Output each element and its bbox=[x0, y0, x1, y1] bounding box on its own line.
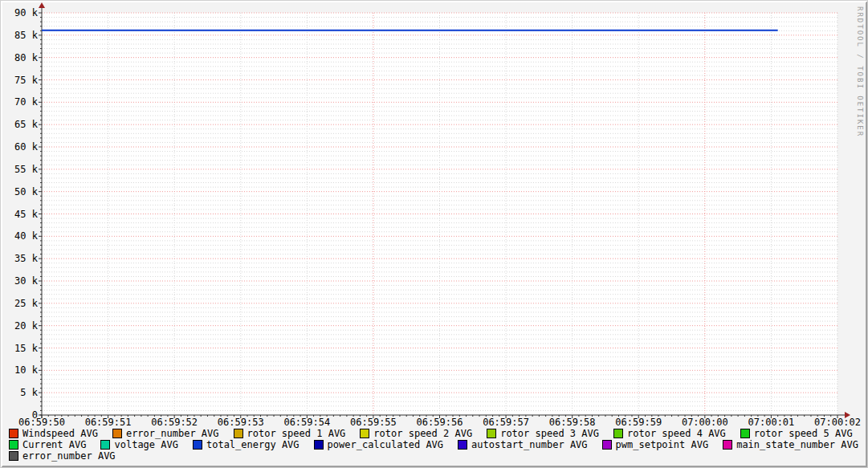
legend-item: voltage AVG bbox=[100, 439, 177, 450]
y-tick-label: 30 k bbox=[14, 275, 39, 287]
rrdtool-watermark: RRDTOOL / TOBI OETIKER bbox=[856, 6, 864, 137]
y-tick-label: 0 bbox=[32, 409, 38, 421]
legend-label: rotor speed 1 AVG bbox=[247, 428, 346, 439]
legend-row: Windspeed AVGerror_number AVGrotor speed… bbox=[9, 428, 860, 439]
legend-label: Windspeed AVG bbox=[22, 428, 98, 439]
x-tick-label: 06:59:57 bbox=[483, 417, 529, 427]
y-tick-label: 65 k bbox=[14, 119, 39, 130]
legend-label: error_number AVG bbox=[126, 428, 219, 439]
legend-label: Current AVG bbox=[22, 439, 86, 450]
rrdtool-graph: 06:59:5006:59:5106:59:5206:59:5306:59:54… bbox=[0, 0, 868, 468]
legend-row: Current AVGvoltage AVGtotal_energy AVGpo… bbox=[9, 439, 860, 450]
legend-swatch-icon bbox=[360, 429, 369, 438]
legend-label: pwm_setpoint AVG bbox=[616, 439, 709, 450]
legend-label: voltage AVG bbox=[114, 439, 177, 450]
x-tick-label: 06:59:53 bbox=[218, 417, 264, 427]
x-tick-label: 06:59:56 bbox=[417, 417, 463, 427]
legend-label: total_energy AVG bbox=[206, 439, 300, 450]
legend-swatch-icon bbox=[100, 440, 110, 450]
y-tick-label: 75 k bbox=[14, 75, 39, 86]
legend-label: main_state_number AVG bbox=[736, 439, 858, 450]
x-tick-label: 06:59:52 bbox=[151, 417, 198, 427]
legend-item: rotor speed 3 AVG bbox=[487, 428, 599, 439]
legend-label: autostart_number AVG bbox=[471, 439, 588, 450]
legend-label: rotor speed 5 AVG bbox=[754, 428, 853, 439]
x-tick-label: 06:59:55 bbox=[350, 417, 397, 427]
legend-label: power_calculated AVG bbox=[328, 439, 444, 450]
x-tick-label: 07:00:01 bbox=[748, 417, 795, 427]
legend-swatch-icon bbox=[740, 429, 750, 438]
y-tick-label: 25 k bbox=[14, 298, 39, 309]
y-tick-label: 35 k bbox=[14, 253, 39, 264]
legend-swatch-icon bbox=[487, 429, 496, 438]
legend-swatch-icon bbox=[613, 429, 623, 438]
legend-item: main_state_number AVG bbox=[723, 439, 858, 450]
chart-canvas: 06:59:5006:59:5106:59:5206:59:5306:59:54… bbox=[1, 1, 868, 427]
legend-swatch-icon bbox=[458, 440, 467, 450]
legend-label: rotor speed 2 AVG bbox=[373, 428, 472, 439]
legend-label: error_number AVG bbox=[22, 450, 116, 462]
y-tick-label: 50 k bbox=[14, 186, 39, 197]
x-tick-label: 07:00:02 bbox=[814, 417, 861, 427]
legend-swatch-icon bbox=[234, 429, 243, 438]
y-tick-label: 40 k bbox=[14, 230, 39, 242]
y-tick-label: 5 k bbox=[20, 387, 38, 398]
x-tick-label: 06:59:59 bbox=[615, 417, 662, 427]
y-tick-label: 60 k bbox=[14, 141, 39, 153]
legend-item: error_number AVG bbox=[9, 450, 116, 462]
legend-swatch-icon bbox=[9, 429, 18, 438]
y-axis-arrow-icon bbox=[39, 2, 45, 8]
legend-swatch-icon bbox=[314, 440, 324, 450]
legend-item: rotor speed 4 AVG bbox=[613, 428, 726, 439]
legend-swatch-icon bbox=[723, 440, 732, 450]
y-tick-label: 15 k bbox=[14, 343, 39, 354]
legend-swatch-icon bbox=[112, 429, 122, 438]
y-tick-label: 20 k bbox=[14, 320, 39, 332]
legend-item: autostart_number AVG bbox=[458, 439, 588, 450]
x-tick-label: 06:59:50 bbox=[18, 417, 65, 427]
legend-item: total_energy AVG bbox=[193, 439, 300, 450]
x-tick-label: 06:59:54 bbox=[283, 417, 330, 427]
y-tick-label: 80 k bbox=[14, 52, 39, 63]
legend-item: pwm_setpoint AVG bbox=[602, 439, 709, 450]
y-tick-label: 10 k bbox=[14, 364, 39, 376]
legend-swatch-icon bbox=[9, 451, 18, 461]
legend-item: rotor speed 2 AVG bbox=[360, 428, 472, 439]
legend-item: power_calculated AVG bbox=[314, 439, 444, 450]
y-tick-label: 45 k bbox=[14, 209, 39, 220]
legend-row: error_number AVG bbox=[9, 450, 860, 462]
legend-swatch-icon bbox=[193, 440, 202, 450]
legend-label: rotor speed 4 AVG bbox=[627, 428, 726, 439]
y-tick-label: 55 k bbox=[14, 164, 39, 175]
legend-label: rotor speed 3 AVG bbox=[500, 428, 599, 439]
legend-item: error_number AVG bbox=[112, 428, 219, 439]
legend-swatch-icon bbox=[602, 440, 612, 450]
y-tick-label: 90 k bbox=[14, 7, 39, 18]
legend-item: Windspeed AVG bbox=[9, 428, 98, 439]
legend-item: rotor speed 5 AVG bbox=[740, 428, 853, 439]
x-tick-label: 06:59:51 bbox=[85, 417, 132, 427]
legend-item: rotor speed 1 AVG bbox=[234, 428, 346, 439]
chart-legend: Windspeed AVGerror_number AVGrotor speed… bbox=[9, 428, 860, 462]
x-tick-label: 07:00:00 bbox=[682, 417, 728, 427]
x-tick-label: 06:59:58 bbox=[549, 417, 596, 427]
legend-swatch-icon bbox=[9, 440, 18, 450]
y-tick-label: 85 k bbox=[14, 30, 39, 41]
y-tick-label: 70 k bbox=[14, 96, 39, 108]
legend-item: Current AVG bbox=[9, 439, 86, 450]
